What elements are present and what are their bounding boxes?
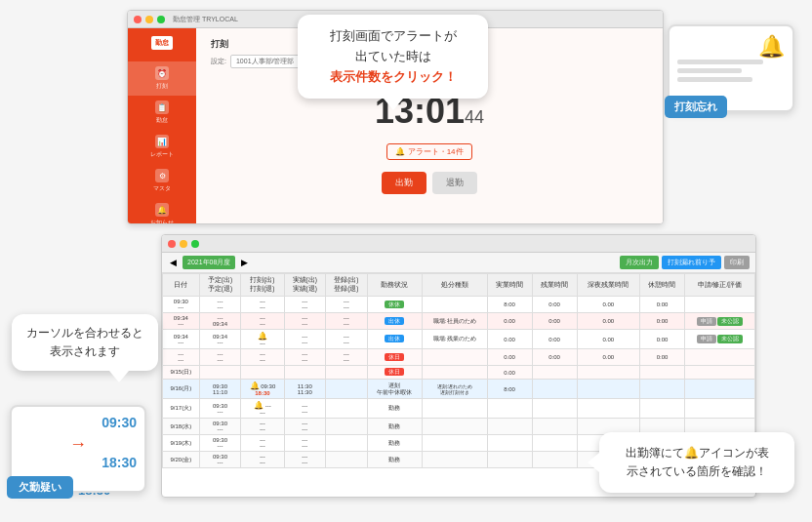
- cell-overtime: [532, 366, 577, 380]
- punch-out-button[interactable]: 退勤: [432, 172, 477, 194]
- punch-in-button[interactable]: 出勤: [382, 172, 426, 194]
- cell-status: 出休: [367, 313, 423, 330]
- cell-proc: [423, 297, 487, 313]
- cell-req: [685, 399, 755, 419]
- att-minimize-dot: [180, 240, 187, 248]
- cell-punch: ------: [241, 452, 284, 468]
- sidebar-item-notice[interactable]: 🔔 お知らせ: [128, 198, 196, 224]
- table-row: ------ ------ ------ ------ ------ 休日 0.…: [163, 349, 755, 366]
- print-button[interactable]: 印刷: [724, 256, 750, 269]
- cell-overtime: [532, 399, 577, 419]
- cell-break: 0:00: [639, 313, 684, 330]
- cell-register: ------: [326, 313, 368, 330]
- unapproved-badge[interactable]: 未公認: [717, 335, 743, 343]
- dash-line-2: [677, 68, 742, 73]
- page-container: 勤怠管理 TRYLOCAL 勤怠 ⏰ 打刻 📋 勤怠 📊 レポート: [0, 0, 812, 522]
- approval-request-button[interactable]: 打刻漏れ前り予: [662, 256, 721, 269]
- col-proc: 処分種類: [423, 274, 487, 297]
- cell-punch: ------: [241, 435, 284, 452]
- table-row: 9/16(月) 09:3011:10 🔔 09:3018:30 11:3011:…: [163, 380, 755, 399]
- approved-badge[interactable]: 未公認: [717, 317, 743, 326]
- sidebar-attendance-label: 勤怠: [156, 116, 168, 125]
- sidebar-report-label: レポート: [150, 150, 174, 159]
- cell-date: 9/18(水): [163, 419, 200, 435]
- cell-status: 休休: [367, 297, 423, 313]
- cell-status: 休日: [367, 366, 423, 380]
- cell-break: 0:00: [639, 330, 684, 349]
- cell-punch: ------: [241, 419, 284, 435]
- alert-bell-icon: 🔔: [395, 147, 405, 156]
- window-close-dot: [134, 16, 142, 23]
- alert-count-button[interactable]: 🔔 アラート・14件: [386, 143, 471, 160]
- cell-punch: 🔔 09:3018:30: [241, 380, 284, 399]
- cell-req: 申請 未公認: [685, 313, 755, 330]
- cell-status: 遅刻午前中休暇休: [367, 380, 423, 399]
- bottom-left-callout: カーソルを合わせると 表示されます: [12, 314, 158, 371]
- cell-proc: 職場:社員のため: [423, 313, 487, 330]
- cell-overtime: 0:00: [532, 330, 577, 349]
- cell-proc: [423, 349, 487, 366]
- cell-break: [639, 399, 684, 419]
- prev-month-button[interactable]: ◀: [168, 258, 179, 267]
- cell-latework: 0.00: [577, 330, 639, 349]
- cell-date: 09:34---: [163, 330, 200, 349]
- absent-label: 欠勤疑い: [7, 476, 73, 499]
- cell-break: 0:00: [639, 349, 684, 366]
- bell-icon-large: 🔔: [758, 34, 785, 59]
- cell-schedule: ------: [199, 349, 241, 366]
- cell-schedule: 09:30---: [199, 399, 241, 419]
- cell-actual: ------: [284, 452, 326, 468]
- cell-date: 9/17(火): [163, 399, 200, 419]
- monthly-output-button[interactable]: 月次出力: [620, 256, 659, 269]
- cell-work: 0.00: [487, 330, 532, 349]
- cell-overtime: 0:00: [532, 349, 577, 366]
- punch-sidebar: 勤怠 ⏰ 打刻 📋 勤怠 📊 レポート ⚙ マスタ: [128, 28, 196, 223]
- table-row: 9/17(火) 09:30--- 🔔 ------ ------ 勤務: [163, 399, 755, 419]
- next-month-button[interactable]: ▶: [239, 258, 250, 267]
- cell-work: 0.00: [487, 366, 532, 380]
- window-minimize-dot: [145, 16, 153, 23]
- bell-icon-inline: 🔔: [684, 446, 699, 460]
- cell-proc: [423, 452, 487, 468]
- sidebar-item-attendance[interactable]: 📋 勤怠: [128, 96, 196, 130]
- sidebar-item-report[interactable]: 📊 レポート: [128, 130, 196, 164]
- sidebar-item-master[interactable]: ⚙ マスタ: [128, 164, 196, 198]
- sidebar-item-punch[interactable]: ⏰ 打刻: [128, 61, 196, 96]
- cell-status: 勤務: [367, 435, 423, 452]
- sidebar-notice-label: お知らせ: [150, 219, 174, 224]
- cell-proc: [423, 419, 487, 435]
- callout-br-line2: 示されている箇所を確認！: [615, 462, 779, 481]
- cell-break: [639, 366, 684, 380]
- dash-line-1: [677, 60, 763, 64]
- settings-icon: ⚙: [155, 169, 169, 182]
- col-register: 登録(出)登録(退): [326, 274, 368, 297]
- cell-schedule: 09:3011:10: [199, 380, 241, 399]
- cell-req: [685, 380, 755, 399]
- table-header-row: 日付 予定(出)予定(退) 打刻(出)打刻(退) 実績(出)実績(退) 登録(出…: [163, 274, 755, 297]
- location-value[interactable]: 1001人事部/管理部: [230, 55, 301, 68]
- apply-button-2[interactable]: 申請: [697, 335, 716, 343]
- status-badge: 出休: [385, 335, 404, 342]
- month-selector[interactable]: 2021年08月度: [183, 256, 235, 269]
- cell-work: 0.00: [487, 349, 532, 366]
- callout-br-line1: 出勤簿にて🔔アイコンが表: [615, 444, 779, 462]
- cell-latework: 0.00: [577, 349, 639, 366]
- apply-button[interactable]: 申請: [697, 317, 716, 326]
- cell-status: 勤務: [367, 452, 423, 468]
- cell-actual: ------: [284, 313, 326, 330]
- cell-work: [487, 419, 532, 435]
- callout-bl-line2: 表示されます: [25, 342, 144, 361]
- callout-top-line3: 表示件数をクリック！: [315, 67, 470, 88]
- cell-schedule: 09:30---: [199, 419, 241, 435]
- cell-actual: ------: [284, 419, 326, 435]
- cell-break: 0:00: [639, 297, 684, 313]
- callout-bl-line1: カーソルを合わせると: [25, 324, 144, 342]
- absent-suspicion-box: 09:30 → 18:30 欠勤疑い: [10, 405, 146, 493]
- attendance-icon: 📋: [155, 100, 169, 114]
- cell-status: 休日: [367, 349, 423, 366]
- cell-work: 0.00: [487, 313, 532, 330]
- col-work-time: 実業時間: [487, 274, 532, 297]
- cell-date: 9/15(日): [163, 366, 200, 380]
- punch-seconds: 44: [465, 107, 484, 128]
- cell-schedule: ------: [199, 297, 241, 313]
